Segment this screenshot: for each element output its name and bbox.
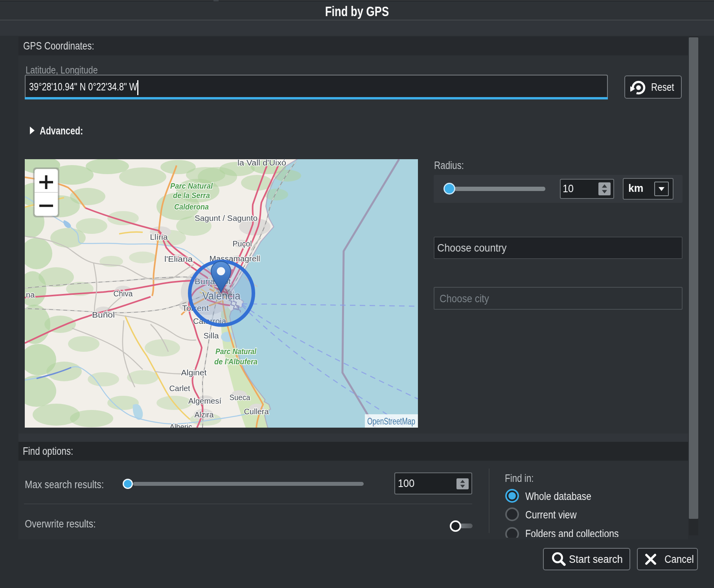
svg-text:de l'Albufera: de l'Albufera xyxy=(214,357,258,366)
svg-text:Cullera: Cullera xyxy=(244,407,269,416)
svg-text:Chiva: Chiva xyxy=(114,289,133,298)
svg-text:Calderona: Calderona xyxy=(174,202,209,211)
svg-text:la Vall d'Uixó: la Vall d'Uixó xyxy=(237,159,286,167)
svg-text:Buñol: Buñol xyxy=(92,310,115,319)
svg-text:Puçol: Puçol xyxy=(233,239,252,248)
svg-text:Alberic: Alberic xyxy=(170,422,192,428)
svg-text:l'Eliana: l'Eliana xyxy=(164,255,193,263)
svg-text:Parc Natural: Parc Natural xyxy=(215,347,257,356)
svg-text:Sueca: Sueca xyxy=(230,393,250,402)
svg-text:Sagunt / Sagunto: Sagunt / Sagunto xyxy=(195,213,258,222)
svg-text:OpenStreetMap: OpenStreetMap xyxy=(367,416,415,426)
svg-text:Parc Natural: Parc Natural xyxy=(170,181,213,190)
svg-text:na: na xyxy=(26,290,35,299)
svg-text:Algemesí: Algemesí xyxy=(188,396,221,405)
svg-text:de la Serra: de la Serra xyxy=(173,191,210,200)
svg-text:Carlet: Carlet xyxy=(169,384,190,393)
svg-text:Silla: Silla xyxy=(204,331,219,340)
svg-text:Llíria: Llíria xyxy=(150,232,168,241)
svg-text:Alzira: Alzira xyxy=(195,410,214,419)
svg-text:Alginet: Alginet xyxy=(181,368,207,377)
